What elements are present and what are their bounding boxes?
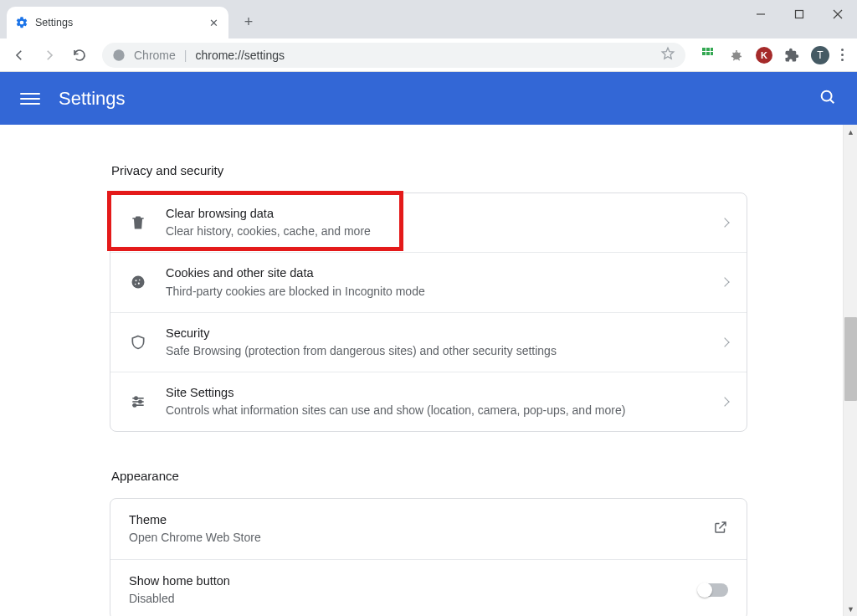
row-subtitle: Disabled [129, 590, 680, 608]
svg-rect-1 [796, 11, 803, 18]
browser-tab[interactable]: Settings ✕ [7, 7, 228, 38]
scroll-up-arrow[interactable]: ▲ [844, 125, 857, 139]
forward-button[interactable] [37, 43, 62, 68]
chevron-right-icon [720, 397, 729, 406]
gear-icon [15, 16, 28, 29]
extension-icons: K T [695, 46, 850, 64]
search-settings-icon[interactable] [819, 88, 837, 110]
svg-point-14 [132, 276, 145, 289]
extension-bug-icon[interactable] [729, 48, 744, 63]
svg-rect-7 [711, 48, 713, 51]
security-row[interactable]: Security Safe Browsing (protection from … [110, 312, 747, 372]
url-separator: | [184, 49, 187, 62]
row-subtitle: Controls what information sites can use … [166, 402, 703, 419]
back-button[interactable] [7, 43, 32, 68]
svg-point-16 [139, 280, 141, 281]
svg-rect-9 [706, 52, 710, 55]
shield-icon [129, 333, 147, 352]
row-subtitle: Third-party cookies are blocked in Incog… [166, 283, 703, 300]
address-bar[interactable]: Chrome | chrome://settings [102, 43, 685, 68]
svg-rect-8 [702, 52, 706, 55]
svg-point-17 [138, 283, 140, 285]
row-title: Show home button [129, 572, 680, 589]
scrollbar-thumb[interactable] [844, 317, 857, 401]
row-title: Clear browsing data [166, 205, 703, 222]
svg-rect-6 [706, 48, 710, 51]
chevron-right-icon [720, 278, 729, 287]
close-tab-icon[interactable]: ✕ [207, 16, 220, 29]
external-link-icon [713, 520, 728, 538]
section-title-privacy: Privacy and security [110, 163, 747, 177]
svg-point-15 [136, 280, 137, 282]
row-subtitle: Clear history, cookies, cache, and more [166, 223, 703, 240]
content-area: Privacy and security Clear browsing data… [0, 125, 857, 616]
browser-toolbar: Chrome | chrome://settings K T [0, 38, 857, 72]
maximize-button[interactable] [780, 0, 819, 28]
close-window-button[interactable] [819, 0, 857, 28]
reload-button[interactable] [67, 43, 92, 68]
svg-point-12 [822, 90, 832, 100]
url-text: chrome://settings [195, 49, 652, 62]
svg-line-13 [830, 99, 834, 102]
window-titlebar: Settings ✕ + [0, 0, 857, 38]
row-title: Security [166, 325, 703, 341]
extension-grid-icon[interactable] [702, 48, 717, 63]
chevron-right-icon [720, 218, 729, 227]
url-scheme-label: Chrome [134, 49, 176, 62]
trash-icon [129, 213, 147, 232]
scrollbar[interactable]: ▲ ▼ [843, 125, 857, 616]
sliders-icon [129, 393, 147, 411]
cookies-row[interactable]: Cookies and other site data Third-party … [110, 252, 747, 311]
scroll-down-arrow[interactable]: ▼ [844, 602, 857, 616]
extension-k-icon[interactable]: K [756, 47, 772, 64]
svg-rect-5 [702, 48, 706, 51]
theme-row[interactable]: Theme Open Chrome Web Store [110, 499, 747, 559]
profile-avatar[interactable]: T [811, 46, 829, 64]
chrome-menu-icon[interactable] [841, 49, 844, 61]
row-subtitle: Safe Browsing (protection from dangerous… [166, 342, 703, 360]
privacy-card: Clear browsing data Clear history, cooki… [110, 192, 747, 432]
site-settings-row[interactable]: Site Settings Controls what information … [110, 372, 747, 431]
svg-point-22 [135, 397, 137, 399]
site-info-icon[interactable] [112, 49, 126, 62]
minimize-button[interactable] [742, 0, 780, 28]
row-title: Cookies and other site data [166, 264, 703, 281]
svg-rect-10 [711, 52, 713, 55]
row-title: Theme [129, 511, 695, 528]
svg-point-24 [133, 404, 136, 407]
cookie-icon [129, 273, 147, 291]
row-subtitle: Open Chrome Web Store [129, 529, 695, 547]
section-title-appearance: Appearance [110, 469, 747, 483]
new-tab-button[interactable]: + [237, 10, 260, 33]
svg-point-4 [113, 49, 124, 60]
settings-header: Settings [0, 72, 857, 125]
window-controls [742, 0, 857, 28]
tab-title: Settings [35, 17, 200, 28]
menu-icon[interactable] [20, 89, 40, 109]
svg-point-23 [139, 400, 141, 403]
toggle-switch[interactable] [698, 583, 728, 597]
row-title: Site Settings [166, 384, 703, 401]
svg-point-18 [135, 284, 136, 285]
clear-browsing-data-row[interactable]: Clear browsing data Clear history, cooki… [110, 193, 747, 252]
chevron-right-icon [720, 337, 729, 346]
show-home-button-row[interactable]: Show home button Disabled [110, 559, 747, 616]
extensions-puzzle-icon[interactable] [784, 48, 799, 63]
page-title: Settings [59, 88, 126, 110]
bookmark-star-icon[interactable] [660, 46, 675, 64]
appearance-card: Theme Open Chrome Web Store Show home bu… [110, 498, 747, 616]
